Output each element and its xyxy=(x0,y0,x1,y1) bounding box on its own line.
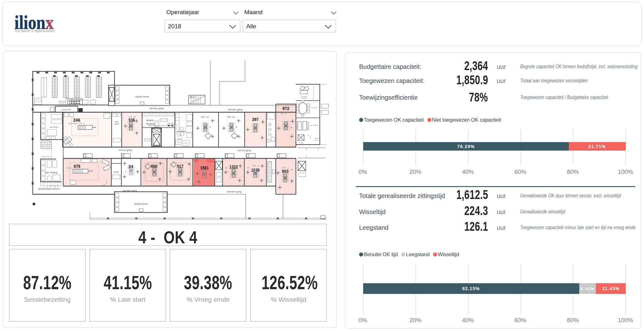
svg-text:techniek: techniek xyxy=(114,171,119,173)
svg-text:678: 678 xyxy=(74,163,80,169)
svg-text:lift: lift xyxy=(156,140,157,141)
svg-text:vrg. vergd. wst: vrg. vergd. wst xyxy=(310,124,319,126)
svg-text:anaest.: anaest. xyxy=(146,119,154,122)
svg-text:steriele berging: steriele berging xyxy=(65,97,83,100)
svg-text:techniek OK: techniek OK xyxy=(62,109,71,111)
svg-text:ruimte: ruimte xyxy=(114,123,119,125)
svg-text:972: 972 xyxy=(282,106,289,111)
svg-text:teamleider: teamleider xyxy=(301,97,307,99)
svg-text:schone gang: schone gang xyxy=(238,149,251,152)
svg-text:OK 2: OK 2 xyxy=(252,164,259,167)
svg-text:was: was xyxy=(115,121,118,123)
svg-text:OK 8: OK 8 xyxy=(66,167,73,169)
svg-text:opstelplaats-karren: opstelplaats-karren xyxy=(38,187,60,190)
svg-text:app. berging: app. berging xyxy=(177,130,186,132)
svg-text:berging: berging xyxy=(146,122,154,125)
svg-text:app. berging: app. berging xyxy=(50,126,58,128)
svg-text:schone gang: schone gang xyxy=(119,149,132,152)
svg-text:steriele gang: steriele gang xyxy=(149,107,164,110)
svg-text:berging: berging xyxy=(299,142,303,144)
svg-text:1561: 1561 xyxy=(200,165,209,170)
svg-text:903: 903 xyxy=(282,168,289,174)
svg-text:app. berging: app. berging xyxy=(45,171,57,174)
svg-text:J: J xyxy=(125,171,126,173)
svg-text:opdekruimte: opdekruimte xyxy=(134,202,148,205)
svg-text:steriele gang: steriele gang xyxy=(227,190,242,193)
svg-text:hybride-OK 9: hybride-OK 9 xyxy=(68,122,85,125)
svg-text:vrg. ruimte: vrg. ruimte xyxy=(311,107,318,108)
svg-text:397: 397 xyxy=(252,117,259,122)
svg-text:steriele gang: steriele gang xyxy=(228,108,242,111)
svg-text:opdekruimte: opdekruimte xyxy=(135,95,149,98)
svg-text:OK 14: OK 14 xyxy=(281,112,287,115)
svg-text:OK 11: OK 11 xyxy=(201,115,209,119)
svg-text:OK 12: OK 12 xyxy=(227,115,235,119)
